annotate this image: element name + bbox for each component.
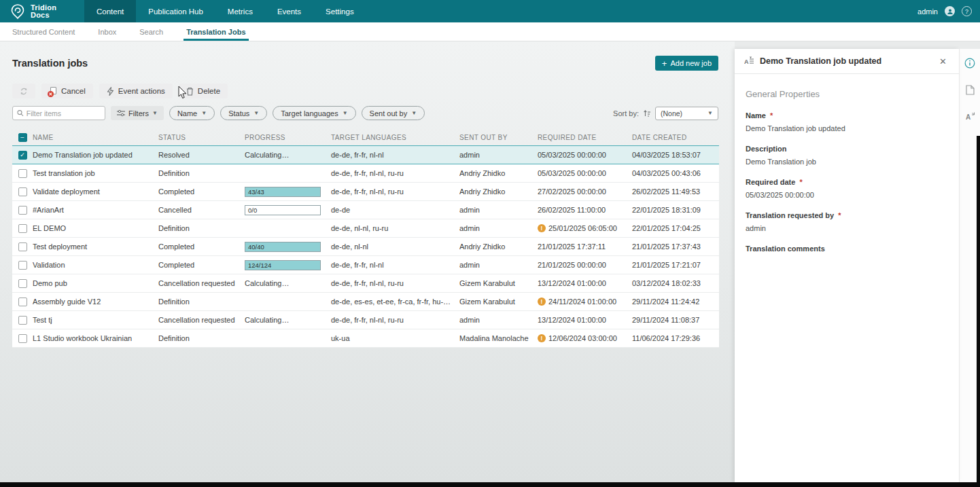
sort-by-dropdown[interactable]: (None) ▼ bbox=[655, 107, 718, 120]
document-tab-icon[interactable] bbox=[964, 84, 976, 96]
panel-field-translation-comments: Translation comments bbox=[746, 245, 948, 260]
job-target-languages: de-de, fr-fr, nl-nl, ru-ru bbox=[331, 279, 459, 287]
job-target-languages: de-de, es-es, et-ee, fr-ca, fr-fr, hu-hu… bbox=[331, 297, 459, 306]
user-name[interactable]: admin bbox=[917, 7, 938, 16]
close-icon[interactable]: ✕ bbox=[937, 55, 949, 68]
job-date-created: 29/11/2024 11:08:37 bbox=[632, 316, 719, 324]
sort-direction-icon[interactable] bbox=[643, 109, 651, 118]
job-date-created: 03/12/2024 18:02:33 bbox=[632, 279, 719, 287]
job-target-languages: de-de bbox=[331, 206, 459, 214]
filter-items-input[interactable] bbox=[27, 109, 101, 118]
translation-jobs-table: – NAME STATUS PROGRESS TARGET LANGUAGES … bbox=[12, 129, 719, 348]
subnav-tab-search[interactable]: Search bbox=[139, 28, 163, 41]
job-status: Definition bbox=[158, 334, 245, 342]
row-checkbox[interactable] bbox=[18, 297, 27, 306]
job-required-date: 26/02/2025 11:00:00 bbox=[538, 206, 632, 214]
row-checkbox[interactable] bbox=[18, 316, 27, 325]
translation-job-icon: A bbox=[744, 56, 754, 66]
panel-field-description: Description Demo Translation job bbox=[746, 145, 948, 166]
filter-pill-target-languages[interactable]: Target languages ▼ bbox=[273, 106, 355, 120]
help-icon[interactable]: ? bbox=[962, 6, 972, 16]
user-avatar-icon[interactable] bbox=[945, 6, 955, 16]
job-required-date: 13/12/2024 01:00:00 bbox=[538, 316, 632, 324]
column-header-date-created[interactable]: DATE CREATED bbox=[632, 134, 719, 141]
table-row[interactable]: #ArianArt Cancelled 0/0 de-de admin 26/0… bbox=[12, 201, 719, 219]
row-checkbox[interactable] bbox=[18, 206, 27, 215]
subnav-tab-inbox[interactable]: Inbox bbox=[98, 28, 116, 41]
column-header-status[interactable]: STATUS bbox=[158, 134, 245, 141]
topnav-item-metrics[interactable]: Metrics bbox=[215, 0, 265, 22]
column-header-sent-out-by[interactable]: SENT OUT BY bbox=[459, 134, 538, 141]
job-progress: Calculating… bbox=[245, 151, 331, 159]
column-header-required-date[interactable]: REQUIRED DATE bbox=[538, 134, 632, 141]
row-checkbox[interactable] bbox=[18, 334, 27, 343]
svg-text:A: A bbox=[744, 58, 749, 65]
table-row[interactable]: EL DEMO Definition de-de, nl-nl, ru-ru a… bbox=[12, 219, 719, 238]
event-actions-button[interactable]: Event actions bbox=[99, 84, 173, 98]
column-header-target-languages[interactable]: TARGET LANGUAGES bbox=[331, 134, 459, 141]
refresh-button[interactable] bbox=[12, 84, 35, 98]
row-checkbox[interactable] bbox=[18, 242, 27, 251]
job-progress: 124/124 bbox=[245, 260, 331, 270]
cancel-button[interactable]: ✕ Cancel bbox=[41, 84, 93, 98]
subnav-tab-translation-jobs[interactable]: Translation Jobs bbox=[186, 28, 245, 41]
table-row[interactable]: ✓ Demo Translation job updated Resolved … bbox=[12, 145, 719, 164]
job-target-languages: de-de, fr-fr, nl-nl, ru-ru bbox=[331, 187, 459, 196]
job-status: Definition bbox=[158, 169, 245, 177]
refresh-icon bbox=[20, 87, 28, 96]
svg-text:A: A bbox=[966, 113, 970, 121]
topnav-item-settings[interactable]: Settings bbox=[313, 0, 366, 22]
warning-icon: ! bbox=[538, 224, 546, 232]
brand-logo[interactable]: Tridion Docs bbox=[0, 3, 76, 20]
row-checkbox[interactable] bbox=[18, 224, 27, 233]
panel-field-required-date: Required date * 05/03/2025 00:00:00 bbox=[746, 178, 948, 199]
row-checkbox[interactable] bbox=[18, 279, 27, 288]
table-row[interactable]: L1 Studio workbook Ukrainian Definition … bbox=[12, 329, 719, 348]
job-sent-out-by: Madalina Manolache bbox=[459, 334, 538, 342]
job-status: Definition bbox=[158, 224, 245, 232]
app-window: Tridion Docs ContentPublication HubMetri… bbox=[0, 0, 980, 482]
info-tab-icon[interactable] bbox=[964, 57, 976, 69]
row-checkbox[interactable]: ✓ bbox=[18, 151, 27, 160]
table-row[interactable]: Test tj Cancellation requested Calculati… bbox=[12, 311, 719, 329]
table-row[interactable]: Validation Completed 124/124 de-de, fr-f… bbox=[12, 256, 719, 274]
table-row[interactable]: Assembly guide V12 Definition de-de, es-… bbox=[12, 293, 719, 311]
job-name: Test deployment bbox=[33, 242, 158, 251]
job-target-languages: de-de, nl-nl bbox=[331, 242, 459, 251]
table-row[interactable]: Demo pub Cancellation requested Calculat… bbox=[12, 274, 719, 293]
job-required-date: 27/02/2025 00:00:00 bbox=[538, 187, 632, 196]
job-target-languages: de-de, fr-fr, nl-nl, ru-ru bbox=[331, 316, 459, 324]
table-row[interactable]: Test deployment Completed 40/40 de-de, n… bbox=[12, 238, 719, 256]
filter-row: Filters ▼ Name ▼ Status ▼ Target languag… bbox=[12, 106, 718, 120]
column-header-progress[interactable]: PROGRESS bbox=[245, 134, 331, 141]
job-required-date: !24/11/2024 01:00:00 bbox=[538, 297, 632, 306]
topnav-item-publication-hub[interactable]: Publication Hub bbox=[136, 0, 215, 22]
filter-pill-name[interactable]: Name ▼ bbox=[169, 106, 215, 120]
table-row[interactable]: Validate deployment Completed 43/43 de-d… bbox=[12, 183, 719, 201]
topnav-item-content[interactable]: Content bbox=[84, 0, 136, 22]
filter-pill-sent-out-by[interactable]: Sent out by ▼ bbox=[362, 106, 425, 120]
topnav-item-events[interactable]: Events bbox=[265, 0, 313, 22]
row-checkbox[interactable] bbox=[18, 169, 27, 178]
select-all-checkbox[interactable]: – bbox=[18, 133, 27, 142]
job-sent-out-by: admin bbox=[459, 316, 538, 324]
add-new-job-button[interactable]: + Add new job bbox=[655, 56, 718, 71]
subnav-tab-structured-content[interactable]: Structured Content bbox=[12, 28, 75, 41]
secondary-nav: Structured ContentInboxSearchTranslation… bbox=[0, 22, 980, 41]
job-sent-out-by: admin bbox=[459, 224, 538, 232]
delete-button[interactable]: Delete bbox=[179, 84, 228, 98]
table-row[interactable]: Test translation job Definition de-de, f… bbox=[12, 164, 719, 183]
row-checkbox[interactable] bbox=[18, 187, 27, 196]
sort-by-label: Sort by: bbox=[613, 109, 639, 118]
filter-pill-status[interactable]: Status ▼ bbox=[220, 106, 267, 120]
font-settings-tab-icon[interactable]: A bbox=[964, 110, 976, 122]
job-required-date: 05/03/2025 00:00:00 bbox=[538, 169, 632, 177]
filters-button[interactable]: Filters ▼ bbox=[111, 106, 164, 120]
chevron-down-icon: ▼ bbox=[411, 110, 417, 116]
job-target-languages: de-de, fr-fr, nl-nl bbox=[331, 261, 459, 269]
row-checkbox[interactable] bbox=[18, 261, 27, 270]
filter-search-box[interactable] bbox=[12, 106, 105, 120]
toolbar: ✕ Cancel Event actions Delete bbox=[12, 84, 228, 98]
column-header-name[interactable]: NAME bbox=[33, 134, 158, 141]
job-status: Definition bbox=[158, 297, 245, 306]
